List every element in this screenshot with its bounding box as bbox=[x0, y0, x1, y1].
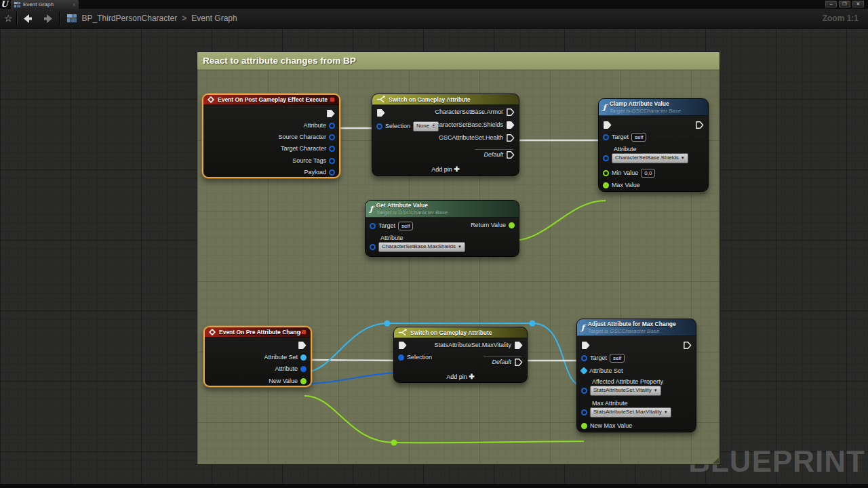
pin-label: New Max Value bbox=[590, 422, 632, 429]
add-pin-button[interactable]: Add pin ✚ bbox=[372, 165, 519, 173]
add-pin-button[interactable]: Add pin ✚ bbox=[394, 373, 527, 380]
tab-close-icon[interactable]: x bbox=[73, 2, 76, 7]
pin-new-value[interactable]: New Value bbox=[269, 375, 307, 386]
pin-statsattributeset-maxvitality[interactable]: StatsAttributeSet.MaxVitality bbox=[435, 340, 523, 350]
breadcrumb-event-graph[interactable]: Event Graph bbox=[191, 14, 237, 23]
node-title: Adjust Attribute for Max Change bbox=[588, 321, 676, 327]
zoom-level-indicator: Zoom 1:1 bbox=[823, 14, 859, 23]
pin-attribute-set[interactable]: Attribute Set bbox=[581, 365, 623, 376]
pin-exec-in[interactable] bbox=[398, 340, 407, 350]
pin-exec-in[interactable] bbox=[581, 340, 590, 350]
pin-attribute[interactable]: Attribute bbox=[303, 120, 335, 131]
restore-button[interactable]: ❐ bbox=[839, 1, 850, 7]
pin-source-character[interactable]: Source Character bbox=[278, 131, 335, 142]
pin-selection[interactable]: Selection bbox=[398, 352, 432, 363]
tab-event-graph[interactable]: Event Graph x bbox=[11, 0, 79, 9]
pin-label: Target Character bbox=[281, 145, 326, 152]
event-on-pre-attribute-change[interactable]: Event On Pre Attribute ChangeAttribute S… bbox=[203, 326, 312, 387]
pin-exec-out[interactable] bbox=[326, 108, 335, 119]
pin-target[interactable]: Targetself bbox=[603, 131, 646, 142]
pin-new-max-value[interactable]: New Max Value bbox=[581, 420, 632, 431]
chevron-down-icon: ▼ bbox=[458, 245, 462, 249]
pin-attribute-set[interactable]: Attribute Set bbox=[264, 352, 307, 363]
float-pin-icon bbox=[581, 423, 587, 429]
pin-exec-in[interactable] bbox=[376, 107, 385, 118]
pin-selection[interactable]: SelectionNone▼ bbox=[376, 121, 439, 131]
pin-object-in[interactable]: StatsAttributeSet.Vitality▼ bbox=[581, 385, 661, 396]
pin-gscattributeset-health[interactable]: GSCAttributeSet.Health bbox=[439, 132, 515, 143]
graph-canvas[interactable]: BLUEPRINT React to attribute changes fro… bbox=[0, 28, 868, 484]
chevron-down-icon: ▼ bbox=[664, 410, 668, 414]
pin-exec-in[interactable] bbox=[603, 119, 612, 130]
value-box[interactable]: self bbox=[610, 354, 625, 363]
event-bind-icon[interactable] bbox=[301, 329, 307, 335]
node-header[interactable]: Switch on Gameplay Attribute bbox=[394, 327, 527, 338]
pin-charactersetbase-shields[interactable]: CharacterSetBase.Shields bbox=[431, 119, 515, 130]
object-pin-icon bbox=[300, 366, 307, 372]
value-box[interactable]: self bbox=[631, 133, 646, 142]
pin-exec-out[interactable] bbox=[298, 340, 307, 350]
dropdown-statsattributeset-vitality[interactable]: StatsAttributeSet.Vitality▼ bbox=[590, 386, 661, 396]
favorite-star-icon[interactable]: ☆ bbox=[4, 13, 13, 24]
breadcrumb-blueprint[interactable]: BP_ThirdPersonCharacter bbox=[82, 14, 178, 23]
dropdown-charactersetbase-maxshields[interactable]: CharacterSetBase.MaxShields▼ bbox=[378, 242, 465, 252]
object-pin-icon bbox=[581, 355, 587, 361]
pin-exec-out[interactable] bbox=[695, 119, 704, 130]
adjust-attribute-for-max-change[interactable]: ƒAdjust Attribute for Max ChangeTarget i… bbox=[576, 319, 696, 432]
back-arrow-icon[interactable] bbox=[23, 14, 35, 23]
blueprint-icon bbox=[67, 14, 77, 22]
object-pin-icon bbox=[329, 146, 335, 152]
exec-pin-icon bbox=[506, 150, 515, 159]
pin-default[interactable]: Default bbox=[484, 149, 515, 160]
pin-target[interactable]: Targetself bbox=[370, 220, 413, 231]
unreal-logo-icon: U bbox=[1, 0, 7, 9]
pin-max-value[interactable]: Max Value bbox=[603, 180, 640, 190]
blueprint-editor-window: U Event Graph x – ❐ ✕ ☆ BP_ThirdPersonCh… bbox=[0, 0, 868, 488]
pin-attribute[interactable]: Attribute bbox=[275, 363, 307, 374]
pin-target-character[interactable]: Target Character bbox=[281, 143, 335, 154]
node-header[interactable]: ƒAdjust Attribute for Max ChangeTarget i… bbox=[577, 319, 696, 336]
node-header[interactable]: Switch on Gameplay Attribute bbox=[372, 94, 519, 105]
comment-header[interactable]: React to attribute changes from BP bbox=[197, 52, 719, 70]
pin-source-tags[interactable]: Source Tags bbox=[292, 155, 335, 166]
pin-charactersetbase-armor[interactable]: CharacterSetBase.Armor bbox=[435, 106, 515, 117]
get-attribute-value[interactable]: ƒGet Attribute ValueTarget is GSCCharact… bbox=[365, 200, 519, 257]
close-button[interactable]: ✕ bbox=[852, 1, 864, 7]
pin-min-value[interactable]: Min Value0,0 bbox=[603, 167, 655, 178]
minimize-button[interactable]: – bbox=[825, 1, 837, 7]
pin-default[interactable]: Default bbox=[492, 357, 523, 367]
pin-object-in[interactable]: CharacterSetBase.MaxShields▼ bbox=[370, 241, 465, 252]
node-title: Switch on Gameplay Attribute bbox=[410, 329, 492, 336]
clamp-attribute-value[interactable]: ƒClamp Attribute ValueTarget is GSCChara… bbox=[598, 98, 709, 192]
pin-label: Target bbox=[590, 354, 607, 361]
comment-resize-handle[interactable] bbox=[713, 458, 719, 464]
pin-label: Attribute Set bbox=[264, 354, 298, 361]
pin-label: Payload bbox=[304, 169, 326, 176]
dropdown-charactersetbase-shields[interactable]: CharacterSetBase.Shields▼ bbox=[612, 153, 688, 163]
value-box[interactable]: 0,0 bbox=[641, 169, 655, 178]
switch-on-gameplay-attribute-1[interactable]: Switch on Gameplay AttributeCharacterSet… bbox=[372, 94, 519, 176]
value-box[interactable]: self bbox=[398, 222, 413, 230]
node-header[interactable]: Event On Pre Attribute Change bbox=[205, 327, 311, 338]
pin-label: StatsAttributeSet.MaxVitality bbox=[435, 342, 511, 348]
pin-exec-out[interactable] bbox=[683, 340, 692, 350]
pin-object-in[interactable]: CharacterSetBase.Shields▼ bbox=[603, 152, 688, 163]
tab-label: Event Graph bbox=[23, 1, 54, 7]
pin-target[interactable]: Targetself bbox=[581, 352, 625, 363]
pin-payload[interactable]: Payload bbox=[304, 167, 335, 178]
event-on-post-gameplay-effect-execute[interactable]: Event On Post Gameplay Effect ExecuteAtt… bbox=[202, 94, 340, 178]
exec-pin-icon bbox=[506, 108, 515, 117]
pin-object-in[interactable]: StatsAttributeSet.MaxVitality▼ bbox=[581, 407, 671, 418]
node-header[interactable]: Event On Post Gameplay Effect Execute bbox=[203, 95, 339, 105]
switch-on-gameplay-attribute-2[interactable]: Switch on Gameplay AttributeStatsAttribu… bbox=[393, 327, 528, 383]
pin-return-value[interactable]: Return Value bbox=[471, 220, 515, 230]
forward-arrow-icon[interactable] bbox=[41, 14, 53, 23]
event-bind-icon[interactable] bbox=[330, 97, 335, 102]
dropdown-statsattributeset-maxvitality[interactable]: StatsAttributeSet.MaxVitality▼ bbox=[590, 407, 671, 418]
node-header[interactable]: ƒGet Attribute ValueTarget is GSCCharact… bbox=[366, 201, 519, 218]
node-subtitle: Target is GSCCharacter Base bbox=[588, 328, 676, 334]
node-title: Event On Post Gameplay Effect Execute bbox=[218, 96, 326, 103]
pin-label-attribute: Attribute bbox=[614, 146, 637, 152]
window-controls: – ❐ ✕ bbox=[825, 1, 864, 7]
node-header[interactable]: ƒClamp Attribute ValueTarget is GSCChara… bbox=[599, 99, 708, 116]
